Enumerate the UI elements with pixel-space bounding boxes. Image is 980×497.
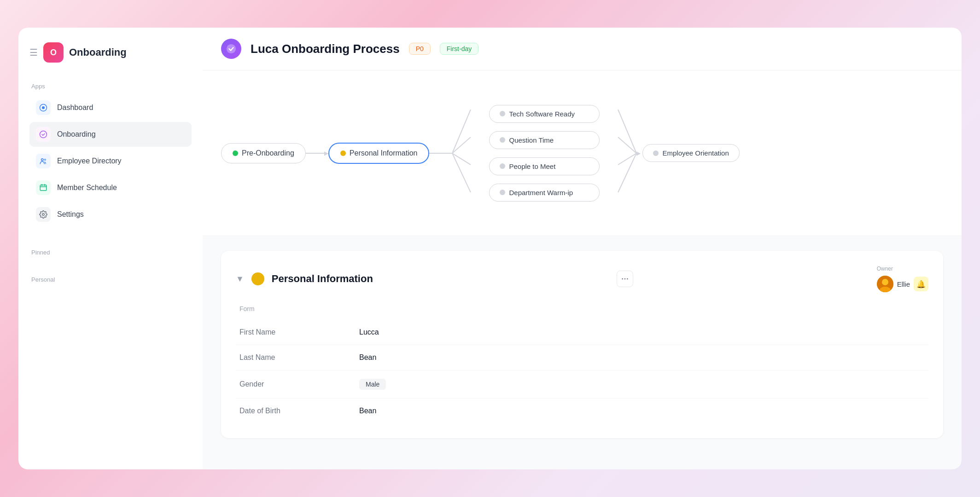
main-header: Luca Onboarding Process P0 First-day [203,28,962,70]
branch-nodes: Tech Software Ready Question Time [489,105,600,202]
svg-point-3 [41,159,44,161]
section-personal-label: Personal [29,276,192,283]
svg-line-13 [618,137,636,153]
owner-section: Owner Ellie 🔔 [877,266,928,292]
sidebar-item-settings-label: Settings [57,210,84,219]
section-apps-label: Apps [29,83,192,90]
flow-node-tech-software[interactable]: Tech Software Ready [489,105,600,123]
flow-node-people-to-meet[interactable]: People to Meet [489,157,600,175]
employee-directory-icon [36,154,51,168]
svg-point-6 [42,214,45,216]
process-check-icon [221,39,241,59]
field-label-gender: Gender [239,380,359,388]
onboarding-icon [36,127,51,142]
field-label-lastname: Last Name [239,353,359,362]
settings-icon [36,207,51,222]
node-dot-yellow [340,150,346,156]
flow-node-question-time[interactable]: Question Time [489,131,600,149]
app-logo: O [43,42,64,63]
pinned-section: Pinned [29,245,192,261]
detail-panel: ▼ Personal Information Owner Ellie [203,236,962,469]
svg-line-12 [618,110,636,153]
svg-point-16 [622,278,623,280]
form-row-gender: Gender Male [236,370,928,399]
field-value-lastname[interactable]: Bean [359,353,376,362]
owner-avatar [877,276,893,292]
sidebar-item-onboarding[interactable]: Onboarding [29,122,192,147]
menu-icon[interactable]: ☰ [29,47,38,58]
flow-node-employee-orientation[interactable]: Employee Orientation [642,144,739,162]
node-dot-tech [500,111,505,116]
form-section-label: Form [236,305,928,312]
field-value-gender[interactable]: Male [359,379,386,390]
branch-svg-left [452,89,489,218]
collapse-chevron-icon[interactable]: ▼ [236,274,244,284]
svg-line-8 [452,110,471,153]
node-dot-green [233,150,238,156]
node-dot-orientation [653,150,659,156]
sidebar-item-dashboard-label: Dashboard [57,104,93,112]
sidebar-item-settings[interactable]: Settings [29,202,192,227]
svg-point-1 [42,106,45,109]
branch-svg-right [600,89,636,218]
main-content: Luca Onboarding Process P0 First-day Pre… [203,28,962,469]
svg-rect-5 [40,185,47,191]
svg-point-2 [40,131,47,138]
form-row-dob: Date of Birth Bean [236,399,928,423]
form-row-lastname: Last Name Bean [236,345,928,370]
detail-card: ▼ Personal Information Owner Ellie [221,251,943,438]
sidebar-item-onboarding-label: Onboarding [57,130,96,139]
badge-firstday: First-day [440,43,478,55]
field-label-firstname: First Name [239,328,359,336]
form-row-firstname: First Name Lucca [236,320,928,345]
member-schedule-icon [36,180,51,195]
flow-node-personal-info[interactable]: Personal Information [328,143,430,164]
connector-line-1 [306,153,324,154]
sidebar-item-employee-directory-label: Employee Directory [57,157,122,165]
owner-name: Ellie [897,280,910,288]
flow-node-department-warmup[interactable]: Department Warm-ip [489,184,600,202]
sidebar: ☰ O Onboarding Apps Dashboard Onboarding [18,28,203,469]
field-value-firstname[interactable]: Lucca [359,328,379,336]
page-title: Luca Onboarding Process [251,42,400,56]
svg-point-20 [882,279,888,285]
flow-diagram-area: Pre-Onboarding ▶ Personal Information [203,70,962,236]
svg-line-9 [452,137,471,153]
personal-section: Personal [29,272,192,289]
dashboard-icon [36,100,51,115]
sidebar-header: ☰ O Onboarding [29,42,192,63]
form-table: First Name Lucca Last Name Bean Gender M… [236,320,928,423]
node-dot-question [500,137,505,143]
svg-point-7 [227,44,236,53]
connector-line-2 [429,153,452,154]
field-label-dob: Date of Birth [239,407,359,415]
owner-label: Owner [877,266,893,272]
sidebar-item-employee-directory[interactable]: Employee Directory [29,149,192,173]
notification-bell-button[interactable]: 🔔 [914,277,928,291]
detail-header: ▼ Personal Information Owner Ellie [236,266,928,292]
arrow-1: ▶ [324,150,328,156]
detail-menu-button[interactable] [617,271,633,287]
sidebar-item-member-schedule-label: Member Schedule [57,184,117,192]
badge-p0: P0 [409,43,431,55]
section-pinned-label: Pinned [29,249,192,256]
app-title: Onboarding [69,46,127,58]
node-dot-people [500,163,505,169]
detail-status-icon [251,272,264,285]
arrow-2: ▶ [636,150,641,156]
flow-node-pre-onboarding[interactable]: Pre-Onboarding [221,143,306,163]
detail-title: Personal Information [272,273,373,285]
owner-info: Ellie 🔔 [877,276,928,292]
svg-point-4 [44,159,46,161]
field-value-dob[interactable]: Bean [359,407,376,415]
sidebar-item-member-schedule[interactable]: Member Schedule [29,175,192,200]
svg-point-17 [624,278,625,280]
sidebar-item-dashboard[interactable]: Dashboard [29,95,192,120]
node-dot-department [500,190,505,195]
svg-point-18 [627,278,628,280]
sidebar-nav: Dashboard Onboarding Employee Directory … [29,95,192,227]
